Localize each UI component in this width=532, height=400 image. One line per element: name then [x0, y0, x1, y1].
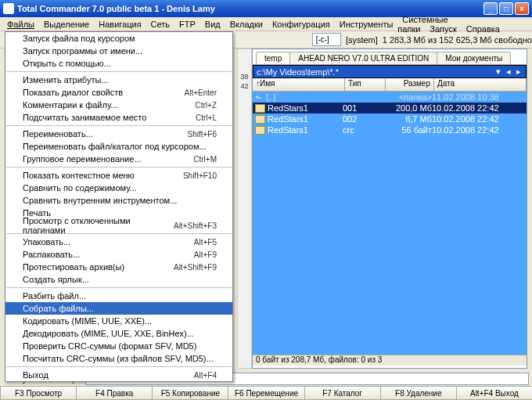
- col-name[interactable]: ↑Имя: [253, 78, 345, 91]
- file-row[interactable]: ⬑[..]<папка>11.02.2008 10:38: [253, 92, 527, 103]
- menu-Инструменты[interactable]: Инструменты: [335, 18, 398, 31]
- fn-key[interactable]: F3 Просмотр: [0, 386, 77, 400]
- tab-item[interactable]: Мои документы: [437, 52, 511, 64]
- menu-Сеть[interactable]: Сеть: [146, 18, 174, 31]
- path-bar[interactable]: c:\My Videos\temp\*.* ▾ ◂ ▸: [253, 65, 527, 78]
- menu-Запуск[interactable]: Запуск: [425, 23, 461, 35]
- volume-label: [system]: [346, 35, 378, 45]
- menu-item[interactable]: Изменить атрибуты...: [5, 74, 232, 86]
- fn-key[interactable]: F5 Копирование: [152, 386, 228, 400]
- current-path: c:\My Videos\temp\*.*: [257, 67, 339, 77]
- menu-Навигация[interactable]: Навигация: [94, 18, 146, 31]
- minimize-button[interactable]: _: [483, 2, 498, 15]
- fn-key[interactable]: F8 Удаление: [380, 386, 457, 400]
- files-menu-dropdown: Запуск файла под курсоромЗапуск программ…: [5, 31, 233, 382]
- window-title: Total Commander 7.0 public beta 1 - Deni…: [17, 4, 483, 13]
- menu-item[interactable]: Просмотр с отключенными плагинамиAlt+Shi…: [5, 219, 232, 232]
- menu-item[interactable]: Запуск файла под курсором: [5, 32, 232, 45]
- menu-item[interactable]: Декодировать (MIME, UUE, XXE, BinHex)...: [5, 327, 232, 340]
- tab-item[interactable]: AHEAD NERO V7.0 ULTRA EDITION: [289, 52, 437, 64]
- fn-key[interactable]: Alt+F4 Выход: [456, 386, 532, 400]
- free-space: 1 283,3 Мб из 152 625,3 Мб свободно: [383, 35, 532, 45]
- menu-Вкладки[interactable]: Вкладки: [225, 18, 268, 31]
- menu-item[interactable]: Групповое переименование...Ctrl+M: [5, 153, 232, 165]
- menu-item[interactable]: Переименовать файл/каталог под курсором.…: [5, 140, 232, 153]
- menu-item[interactable]: Комментарии к файлу...Ctrl+Z: [5, 99, 232, 111]
- menu-item[interactable]: Протестировать архив(ы)Alt+Shift+F9: [5, 261, 232, 273]
- menu-item[interactable]: Запуск программы от имени...: [5, 45, 232, 57]
- tab-active[interactable]: temp: [256, 52, 290, 64]
- menu-Конфигурация[interactable]: Конфигурация: [268, 18, 335, 31]
- menu-Файлы[interactable]: Файлы: [2, 18, 39, 31]
- file-icon: [255, 104, 265, 113]
- menu-item[interactable]: ВыходAlt+F4: [5, 369, 232, 381]
- maximize-button[interactable]: □: [499, 2, 513, 15]
- drive-selector-right[interactable]: [-c-]: [312, 33, 341, 46]
- menu-item[interactable]: Сравнить внутренним инструментом...: [5, 194, 232, 207]
- col-size[interactable]: Размер: [386, 78, 434, 91]
- file-row[interactable]: RedStars1crc56 байт10.02.2008 22:42: [253, 124, 527, 135]
- menu-item[interactable]: Собрать файлы...: [5, 302, 232, 315]
- status-bar: 0 байт из 208,7 Мб, файлов: 0 из 3: [253, 355, 527, 366]
- path-history-icon[interactable]: ▾ ◂ ▸: [496, 67, 523, 77]
- fn-key[interactable]: F7 Каталог: [304, 386, 381, 400]
- menu-Выделение[interactable]: Выделение: [39, 18, 94, 31]
- col-type[interactable]: Тип: [345, 78, 386, 91]
- menu-Справка[interactable]: Справка: [462, 23, 505, 35]
- menu-item[interactable]: Создать ярлык...: [5, 273, 232, 286]
- panel-divider[interactable]: 38 42: [237, 49, 252, 369]
- fn-key[interactable]: F6 Перемещение: [228, 386, 304, 400]
- menu-item[interactable]: Сравнить по содержимому...: [5, 182, 232, 194]
- app-icon: [3, 3, 14, 14]
- file-row[interactable]: RedStars10028,7 Мб10.02.2008 22:42: [253, 114, 527, 124]
- column-header: ↑Имя Тип Размер Дата: [253, 78, 527, 92]
- file-icon: [255, 126, 265, 135]
- menu-item[interactable]: Упаковать...Alt+F5: [5, 236, 232, 248]
- menu-item[interactable]: Переименовать...Shift+F6: [5, 128, 232, 140]
- menu-item[interactable]: Показать контекстное менюShift+F10: [5, 169, 232, 182]
- menu-Вид[interactable]: Вид: [200, 18, 225, 31]
- menu-item[interactable]: Посчитать CRC-суммы (из файлов SFV, MD5)…: [5, 352, 232, 365]
- right-panel: temp AHEAD NERO V7.0 ULTRA EDITION Мои д…: [252, 49, 527, 369]
- menu-item[interactable]: Подсчитать занимаемое местоCtrl+L: [5, 111, 232, 124]
- menubar: ФайлыВыделениеНавигацияСетьFTPВидВкладки…: [0, 17, 532, 31]
- file-icon: ⬑: [255, 93, 264, 102]
- menu-item[interactable]: Показать диалог свойствAlt+Enter: [5, 86, 232, 99]
- tab-bar: temp AHEAD NERO V7.0 ULTRA EDITION Мои д…: [253, 49, 527, 65]
- menu-item[interactable]: Открыть с помощью...: [5, 57, 232, 70]
- menu-item[interactable]: Разбить файл...: [5, 290, 232, 302]
- function-key-bar: F3 ПросмотрF4 ПравкаF5 КопированиеF6 Пер…: [0, 386, 532, 400]
- file-row[interactable]: RedStars1001200,0 Мб10.02.2008 22:42: [253, 103, 527, 114]
- menu-item[interactable]: Кодировать (MIME, UUE, XXE)...: [5, 315, 232, 327]
- col-date[interactable]: Дата: [434, 78, 527, 91]
- fn-key[interactable]: F4 Правка: [76, 386, 153, 400]
- file-icon: [255, 115, 265, 124]
- file-list[interactable]: ⬑[..]<папка>11.02.2008 10:38RedStars1001…: [253, 92, 527, 355]
- menu-FTP[interactable]: FTP: [174, 18, 200, 31]
- close-button[interactable]: ×: [515, 2, 529, 15]
- menu-item[interactable]: Проверить CRC-суммы (формат SFV, MD5): [5, 340, 232, 352]
- menu-item[interactable]: Распаковать...Alt+F9: [5, 248, 232, 261]
